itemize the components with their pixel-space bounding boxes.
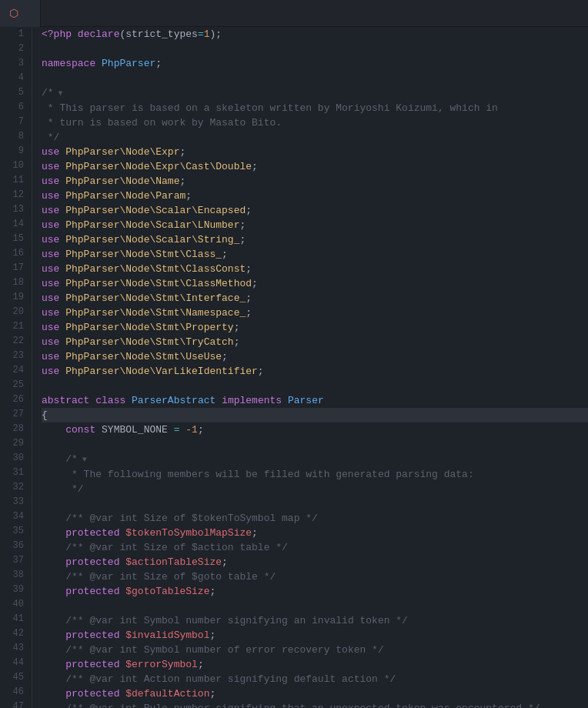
token-num: 1 xyxy=(204,28,210,40)
token-kw: use xyxy=(42,307,59,319)
token-kw2: <?php xyxy=(42,28,72,40)
token-plain: ; xyxy=(198,424,204,436)
line-number: 30 xyxy=(6,451,24,466)
table-row: use PhpParser\Node\Stmt\ClassMethod; xyxy=(42,276,588,291)
table-row: protected $tokenToSymbolMapSize; xyxy=(42,526,588,540)
token-plain xyxy=(42,424,65,436)
token-plain: { xyxy=(42,409,48,421)
line-number: 40 xyxy=(6,597,24,612)
line-number: 32 xyxy=(6,480,24,495)
token-kw2: declare xyxy=(78,28,120,40)
token-plain xyxy=(72,28,78,40)
table-row: use PhpParser\Node\Expr; xyxy=(42,145,588,159)
table-row: /** @var int Rule number signifying that… xyxy=(42,701,588,708)
token-plain: ; xyxy=(209,586,215,597)
token-plain xyxy=(42,453,65,465)
table-row: /** @var int Action number signifying de… xyxy=(42,672,588,686)
token-ns: PhpParser\Node\Scalar\Encapsed xyxy=(65,205,246,216)
token-plain xyxy=(42,630,65,641)
token-plain: ; xyxy=(246,263,252,275)
table-row: /* ▼ xyxy=(42,452,588,467)
token-kw: class xyxy=(95,395,125,406)
token-cm: /* xyxy=(42,87,54,99)
table-row: namespace PhpParser; xyxy=(42,56,588,71)
line-number: 43 xyxy=(6,641,24,656)
table-row: use PhpParser\Node\Stmt\Interface_; xyxy=(42,291,588,306)
line-number: 14 xyxy=(6,217,24,232)
token-plain: ; xyxy=(222,351,228,362)
token-ns: PhpParser\Node\Stmt\Interface_ xyxy=(65,292,246,304)
token-plain: ; xyxy=(155,58,162,69)
token-ns: PhpParser\Node\VarLikeIdentifier xyxy=(65,366,258,377)
token-kw: implements xyxy=(222,395,282,406)
token-ns: PhpParser\Node\Name xyxy=(65,175,179,187)
line-number: 4 xyxy=(6,71,24,85)
php-icon: ⬡ xyxy=(9,7,18,20)
token-plain xyxy=(42,469,72,480)
line-number: 36 xyxy=(6,539,24,553)
line-number: 46 xyxy=(6,685,24,700)
token-kw: protected xyxy=(65,630,119,641)
table-row xyxy=(42,496,588,511)
line-number: 44 xyxy=(6,656,24,670)
token-fn: Parser xyxy=(288,395,324,406)
line-number: 11 xyxy=(6,173,24,188)
table-row: protected $gotoTableSize; xyxy=(42,584,588,599)
token-plain: ; xyxy=(246,307,252,319)
token-plain: ; xyxy=(209,630,215,641)
line-number: 16 xyxy=(6,246,24,261)
line-number: 5 xyxy=(6,85,24,100)
token-plain xyxy=(42,688,65,700)
line-number: 33 xyxy=(6,495,24,509)
token-cm-doc: /** @var int Size of $tokenToSymbol map … xyxy=(65,513,318,524)
table-row xyxy=(42,379,588,393)
token-num: -1 xyxy=(185,424,198,436)
token-cm-doc: /** @var int Size of $action table */ xyxy=(65,542,288,553)
token-fn: ParserAbstract xyxy=(132,395,215,406)
line-number: 45 xyxy=(6,670,24,685)
table-row xyxy=(42,42,588,56)
line-number: 10 xyxy=(6,159,24,173)
table-row: protected $invalidSymbol; xyxy=(42,628,588,643)
table-row: /** @var int Size of $goto table */ xyxy=(42,569,588,584)
line-number: 34 xyxy=(6,509,24,524)
tab-parsrerabstract[interactable]: ⬡ xyxy=(0,0,41,27)
line-number: 3 xyxy=(6,56,24,71)
token-plain xyxy=(42,542,65,553)
code-content[interactable]: <?php declare(strict_types=1); namespace… xyxy=(32,27,588,708)
collapse-icon[interactable]: ▼ xyxy=(54,89,63,98)
token-plain: ; xyxy=(252,161,258,172)
token-plain xyxy=(282,395,288,406)
token-ns: PhpParser\Node\Scalar\LNumber xyxy=(65,219,239,231)
token-kw: protected xyxy=(65,556,119,568)
token-cm: */ xyxy=(72,483,84,495)
token-kw: protected xyxy=(65,527,119,539)
token-op: = xyxy=(198,28,204,40)
table-row: */ xyxy=(42,482,588,496)
table-row: use PhpParser\Node\Stmt\UseUse; xyxy=(42,349,588,364)
token-plain xyxy=(125,395,132,406)
table-row: use PhpParser\Node\Name; xyxy=(42,174,588,189)
line-number: 42 xyxy=(6,626,24,641)
token-plain xyxy=(42,644,65,656)
line-number: 31 xyxy=(6,466,24,480)
token-kw: use xyxy=(42,292,59,304)
line-number: 47 xyxy=(6,700,24,708)
token-ns: PhpParser\Node\Stmt\Class_ xyxy=(65,249,222,260)
table-row: use PhpParser\Node\VarLikeIdentifier; xyxy=(42,364,588,379)
token-kw: use xyxy=(42,351,59,362)
line-number: 41 xyxy=(6,612,24,626)
token-ns: PhpParser\Node\Param xyxy=(65,190,185,202)
line-number: 24 xyxy=(6,363,24,378)
token-plain: ; xyxy=(209,688,215,700)
line-number: 27 xyxy=(6,407,24,422)
token-kw: const xyxy=(65,424,95,436)
table-row: use PhpParser\Node\Stmt\ClassConst; xyxy=(42,262,588,276)
line-number: 38 xyxy=(6,568,24,583)
line-number: 9 xyxy=(6,144,24,159)
token-plain xyxy=(42,527,65,539)
collapse-icon[interactable]: ▼ xyxy=(78,456,87,464)
line-number: 22 xyxy=(6,334,24,349)
table-row: use PhpParser\Node\Scalar\String_; xyxy=(42,232,588,247)
token-plain: ; xyxy=(258,366,264,377)
